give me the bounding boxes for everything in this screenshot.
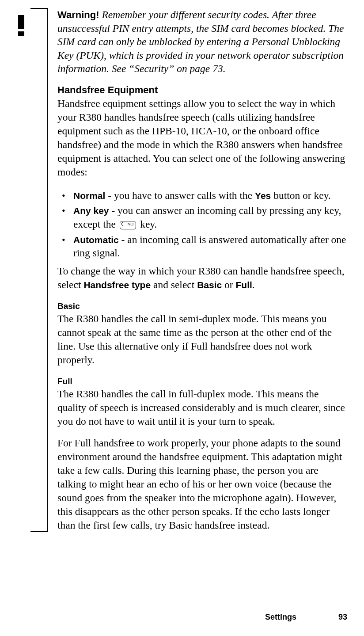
svg-rect-0 xyxy=(18,15,24,29)
full-text-2: For Full handsfree to work properly, you… xyxy=(57,436,348,532)
normal-label: Normal xyxy=(73,190,105,201)
handsfree-heading: Handsfree Equipment xyxy=(57,84,348,96)
list-item-normal: Normal - you have to answer calls with t… xyxy=(57,189,348,202)
handsfree-type-label: Handsfree type xyxy=(83,280,151,290)
automatic-label: Automatic xyxy=(73,235,119,245)
content-column: Warning! Remember your different securit… xyxy=(48,8,364,532)
warning-label: Warning! xyxy=(57,9,99,20)
basic-inline-label: Basic xyxy=(197,280,222,290)
no-key-label: NO xyxy=(128,222,134,226)
anykey-text-before: - you can answer an incoming call by pre… xyxy=(73,205,341,230)
basic-heading: Basic xyxy=(57,301,348,311)
change-mid: and select xyxy=(151,279,197,290)
yes-label: Yes xyxy=(255,190,271,201)
svg-rect-1 xyxy=(18,31,24,36)
normal-text-after: button or key. xyxy=(271,190,331,201)
warning-text: Remember your different security codes. … xyxy=(57,9,344,74)
anykey-text-after: key. xyxy=(137,218,157,230)
normal-text-before: - you have to answer calls with the xyxy=(105,190,255,201)
or-text: or xyxy=(222,279,235,290)
margin-bottom-tick xyxy=(30,531,48,532)
full-inline-label: Full xyxy=(236,280,252,290)
warning-exclamation-icon xyxy=(17,15,26,41)
page-footer: Settings 93 xyxy=(265,613,347,622)
answering-mode-list: Normal - you have to answer calls with t… xyxy=(57,189,348,260)
warning-block: Warning! Remember your different securit… xyxy=(57,8,348,76)
full-text-1: The R380 handles the call in full-duplex… xyxy=(57,387,348,428)
handsfree-intro: Handsfree equipment settings allow you t… xyxy=(57,97,348,179)
period: . xyxy=(252,279,255,290)
change-handsfree-text: To change the way in which your R380 can… xyxy=(57,264,348,292)
list-item-anykey: Any key - you can answer an incoming cal… xyxy=(57,204,348,231)
anykey-label: Any key xyxy=(73,206,109,216)
footer-section-name: Settings xyxy=(265,613,296,621)
full-heading: Full xyxy=(57,377,348,386)
basic-text: The R380 handles the call in semi-duplex… xyxy=(57,312,348,367)
list-item-automatic: Automatic - an incoming call is answered… xyxy=(57,233,348,260)
footer-page-number: 93 xyxy=(338,613,347,621)
left-margin-column xyxy=(0,8,48,532)
no-key-icon: NO xyxy=(120,221,136,229)
